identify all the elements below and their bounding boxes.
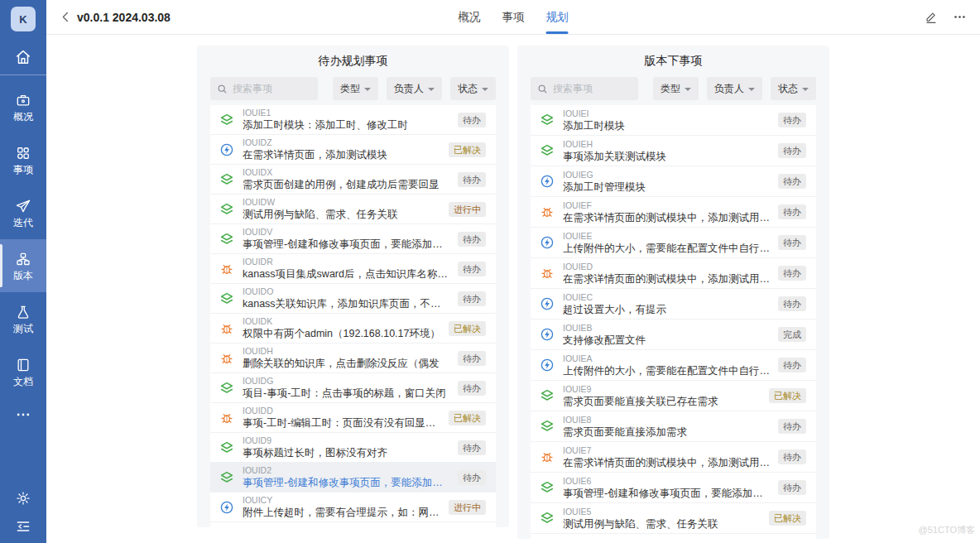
item-id: IOUIED bbox=[563, 262, 770, 272]
item-title: 上传附件的大小，需要能在配置文件中自行配置 bbox=[563, 364, 770, 377]
item-title: 上传附件的大小，需要能在配置文件中自行配置 bbox=[563, 242, 770, 255]
list-item[interactable]: IOUIEG 添加工时管理模块 待办 bbox=[531, 166, 816, 197]
bug-icon bbox=[219, 321, 235, 336]
filter-status-button[interactable]: 状态 bbox=[771, 77, 816, 100]
status-badge: 待办 bbox=[458, 262, 486, 276]
list-item[interactable]: IOUIDV 事项管理-创建和修改事项页面，要能添加附件 待办 bbox=[210, 224, 496, 254]
item-id: IOUIDV bbox=[243, 227, 449, 238]
item-id: IOUIEH bbox=[563, 139, 770, 150]
paper-plane-icon bbox=[15, 198, 31, 214]
list-item[interactable]: IOUIEE 上传附件的大小，需要能在配置文件中自行配置 待办 bbox=[531, 228, 816, 258]
edit-pencil-icon[interactable] bbox=[925, 11, 938, 24]
settings-gear-icon[interactable] bbox=[15, 490, 31, 507]
panel-version-items: 版本下事项 类型 负责人 状态 IOUIEI 添加工时模块 待办 bbox=[517, 46, 829, 539]
item-title: 事项管理-创建和修改事项页面，要能添加附件 bbox=[563, 487, 770, 500]
story-icon bbox=[219, 381, 235, 396]
list-item[interactable]: IOUIDO kanass关联知识库，添加知识库页面，不应该能看到... 待办 bbox=[210, 284, 496, 314]
list-item[interactable]: IOUIEH 事项添加关联测试模块 待办 bbox=[531, 136, 816, 166]
item-id: IOUIE7 bbox=[563, 445, 770, 456]
item-title: 删除关联的知识库，点击删除没反应（偶发 bbox=[243, 357, 449, 370]
sidebar-item-more[interactable] bbox=[0, 398, 46, 431]
list-item[interactable]: IOUIDK 权限中有两个admin（192.168.10.17环境） 已解决 bbox=[210, 314, 496, 344]
sidebar-item-iteration[interactable]: 迭代 bbox=[0, 186, 46, 239]
list-item[interactable]: IOUIE4 bbox=[531, 534, 816, 539]
tab-planning[interactable]: 规划 bbox=[546, 0, 569, 34]
list-item[interactable]: IOUIE1 添加工时模块：添加工时、修改工时 待办 bbox=[210, 105, 496, 135]
list-item[interactable]: IOUIDH 删除关联的知识库，点击删除没反应（偶发 待办 bbox=[210, 344, 496, 373]
sidebar-item-home[interactable] bbox=[0, 43, 46, 74]
search-input[interactable] bbox=[553, 83, 632, 94]
list-item[interactable]: IOUICX bbox=[210, 522, 496, 527]
filter-status-button[interactable]: 状态 bbox=[450, 77, 496, 100]
sidebar-item-issues[interactable]: 事项 bbox=[0, 133, 46, 186]
sidebar-item-docs[interactable]: 文档 bbox=[0, 345, 46, 398]
item-title: kanass项目集成sward后，点击知识库名称，链接到... bbox=[243, 267, 449, 281]
story-icon bbox=[539, 480, 555, 495]
item-id: IOUIDO bbox=[243, 286, 449, 297]
list-item[interactable]: IOUIEB 支持修改配置文件 完成 bbox=[531, 320, 816, 350]
list-item[interactable]: IOUICY 附件上传超时，需要有合理提示，如：网络延迟或者... 进行中 bbox=[210, 493, 496, 522]
list-item[interactable]: IOUIDZ 在需求详情页面，添加测试模块 已解决 bbox=[210, 135, 496, 165]
item-title: 需求页面要能直接关联已存在需求 bbox=[563, 395, 761, 408]
bug-icon bbox=[539, 266, 555, 281]
sidebar-item-overview[interactable]: 概况 bbox=[0, 80, 46, 133]
sidebar-item-version[interactable]: 版本 bbox=[0, 239, 46, 292]
list-item[interactable]: IOUID2 事项管理-创建和修改事项页面，要能添加附件 待办 bbox=[210, 463, 496, 493]
item-title: 添加工时管理模块 bbox=[563, 180, 770, 194]
filter-assignee-button[interactable]: 负责人 bbox=[387, 77, 442, 100]
list-item[interactable]: IOUIE7 在需求详情页面的测试模块中，添加测试用例失败 待办 bbox=[531, 442, 816, 473]
list-item[interactable]: IOUIEF 在需求详情页面的测试模块中，添加测试用例失败 待办 bbox=[531, 197, 816, 228]
list-item[interactable]: IOUIDG 项目-事项-工时：点击事项的标题，窗口关闭 待办 bbox=[210, 373, 496, 403]
status-badge: 待办 bbox=[778, 449, 806, 464]
search-input[interactable] bbox=[233, 83, 311, 94]
item-title: 附件上传超时，需要有合理提示，如：网络延迟或者... bbox=[243, 506, 440, 519]
status-badge: 待办 bbox=[458, 232, 486, 247]
list-item[interactable]: IOUIEI 添加工时模块 待办 bbox=[531, 105, 816, 136]
list-item[interactable]: IOUIED 在需求详情页面的测试模块中，添加测试用例失败 待办 bbox=[531, 258, 816, 289]
more-actions-icon[interactable] bbox=[953, 10, 967, 24]
story-icon bbox=[219, 113, 235, 127]
sidebar-item-label: 版本 bbox=[13, 271, 33, 281]
list-item[interactable]: IOUIDW 测试用例与缺陷、需求、任务关联 进行中 bbox=[210, 195, 496, 224]
list-item[interactable]: IOUIEC 超过设置大小，有提示 待办 bbox=[531, 289, 816, 320]
search-icon bbox=[217, 84, 228, 94]
filter-assignee-button[interactable]: 负责人 bbox=[707, 77, 762, 100]
chevron-down-icon bbox=[802, 88, 809, 91]
tab-overview[interactable]: 概况 bbox=[459, 0, 481, 34]
list-item[interactable]: IOUIDD 事项-工时-编辑工时：页面没有没有回显工时 已解决 bbox=[210, 403, 496, 433]
item-title: 权限中有两个admin（192.168.10.17环境） bbox=[243, 327, 440, 340]
search-box[interactable] bbox=[531, 77, 638, 100]
list-item[interactable]: IOUID9 事项标题过长时，图标没有对齐 待办 bbox=[210, 433, 496, 463]
header-tabs: 概况 事项 规划 bbox=[459, 0, 569, 34]
item-id: IOUIDZ bbox=[243, 137, 440, 148]
task-icon bbox=[539, 235, 555, 250]
panel-title: 版本下事项 bbox=[531, 52, 816, 69]
collapse-menu-icon[interactable] bbox=[15, 518, 31, 535]
task-icon bbox=[539, 296, 555, 311]
item-id: IOUIEE bbox=[563, 231, 770, 242]
item-title: 事项标题过长时，图标没有对齐 bbox=[243, 446, 449, 459]
list-item[interactable]: IOUIDR kanass项目集成sward后，点击知识库名称，链接到... 待… bbox=[210, 254, 496, 284]
item-title: 需求页面要能直接添加需求 bbox=[563, 425, 770, 439]
list-item[interactable]: IOUIE9 需求页面要能直接关联已存在需求 已解决 bbox=[531, 381, 816, 411]
list-item[interactable]: IOUIEA 上传附件的大小，需要能在配置文件中自行配置 待办 bbox=[531, 350, 816, 381]
search-box[interactable] bbox=[210, 77, 318, 100]
list-item[interactable]: IOUIDX 需求页面创建的用例，创建成功后需要回显 待办 bbox=[210, 165, 496, 195]
tab-issues[interactable]: 事项 bbox=[502, 0, 525, 34]
sidebar-item-test[interactable]: 测试 bbox=[0, 292, 46, 345]
story-icon bbox=[219, 202, 235, 217]
item-id: IOUIE5 bbox=[563, 507, 761, 517]
back-chevron-icon[interactable] bbox=[60, 11, 72, 23]
item-title: 支持修改配置文件 bbox=[563, 334, 770, 347]
chevron-down-icon bbox=[364, 88, 371, 91]
app-logo[interactable]: K bbox=[11, 7, 36, 31]
sidebar-item-label: 测试 bbox=[13, 324, 33, 334]
status-badge: 待办 bbox=[778, 419, 806, 434]
status-badge: 待办 bbox=[458, 113, 486, 127]
list-item[interactable]: IOUIE5 测试用例与缺陷、需求、任务关联 已解决 bbox=[531, 503, 816, 534]
filter-type-button[interactable]: 类型 bbox=[653, 77, 699, 100]
list-item[interactable]: IOUIE6 事项管理-创建和修改事项页面，要能添加附件 待办 bbox=[531, 473, 816, 503]
item-id: IOUIEA bbox=[563, 353, 770, 364]
list-item[interactable]: IOUIE8 需求页面要能直接添加需求 待办 bbox=[531, 411, 816, 442]
filter-type-button[interactable]: 类型 bbox=[333, 77, 378, 100]
